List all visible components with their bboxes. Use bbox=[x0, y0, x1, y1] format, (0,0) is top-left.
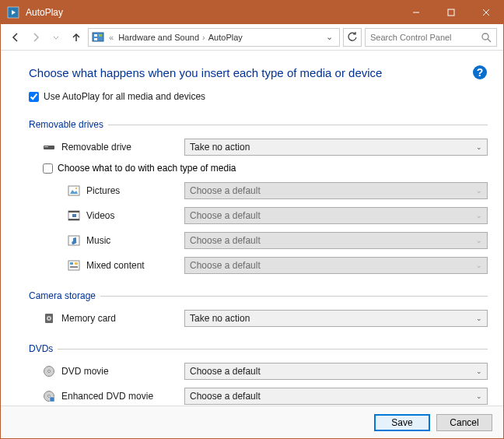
window-title: AutoPlay bbox=[26, 7, 398, 18]
save-button[interactable]: Save bbox=[374, 414, 430, 431]
videos-label: Videos bbox=[86, 210, 114, 221]
mixed-content-icon bbox=[68, 259, 80, 272]
recent-dropdown[interactable] bbox=[47, 29, 65, 46]
cancel-button[interactable]: Cancel bbox=[436, 414, 492, 431]
svg-rect-17 bbox=[68, 186, 79, 195]
mixed-label: Mixed content bbox=[86, 260, 145, 271]
maximize-button[interactable] bbox=[433, 1, 468, 24]
svg-rect-8 bbox=[94, 34, 97, 37]
chevron-down-icon: ⌄ bbox=[476, 392, 482, 400]
group-camera-storage: Camera storage bbox=[29, 290, 488, 301]
music-icon bbox=[68, 234, 80, 247]
address-dropdown-icon[interactable]: ⌄ bbox=[323, 32, 336, 42]
breadcrumb-hardware[interactable]: Hardware and Sound bbox=[118, 33, 199, 42]
svg-rect-3 bbox=[448, 9, 454, 16]
music-select: Choose a default ⌄ bbox=[184, 232, 488, 249]
videos-select: Choose a default ⌄ bbox=[184, 207, 488, 224]
svg-point-19 bbox=[75, 188, 77, 189]
group-dvds-label: DVDs bbox=[29, 343, 53, 354]
help-icon[interactable]: ? bbox=[472, 65, 488, 80]
chevron-down-icon: ⌄ bbox=[476, 212, 482, 220]
window: AutoPlay « Hardware and Sound › AutoPlay… bbox=[0, 0, 504, 439]
mixed-select: Choose a default ⌄ bbox=[184, 257, 488, 274]
svg-rect-28 bbox=[70, 266, 78, 268]
group-dvds: DVDs bbox=[29, 343, 488, 354]
music-label: Music bbox=[86, 235, 110, 246]
path-overflow-icon: « bbox=[107, 33, 115, 42]
dvd-movie-icon bbox=[43, 365, 55, 378]
enhanced-dvd-select[interactable]: Choose a default ⌄ bbox=[184, 388, 488, 405]
svg-point-33 bbox=[48, 371, 51, 373]
svg-rect-9 bbox=[94, 38, 97, 40]
svg-rect-10 bbox=[99, 34, 102, 37]
svg-line-12 bbox=[488, 39, 491, 42]
dvd-movie-select[interactable]: Choose a default ⌄ bbox=[184, 363, 488, 380]
dvd-movie-label: DVD movie bbox=[61, 366, 109, 377]
search-box[interactable] bbox=[365, 28, 497, 47]
svg-rect-26 bbox=[70, 262, 73, 265]
minimize-button[interactable] bbox=[398, 1, 433, 24]
removable-drive-label: Removable drive bbox=[61, 142, 131, 153]
memory-card-icon bbox=[43, 312, 55, 325]
autoplay-app-icon bbox=[7, 6, 19, 19]
page-title: Choose what happens when you insert each… bbox=[29, 66, 472, 79]
breadcrumb-autoplay[interactable]: AutoPlay bbox=[208, 33, 243, 42]
enhanced-dvd-icon bbox=[43, 390, 55, 402]
up-button[interactable] bbox=[68, 29, 85, 46]
back-button[interactable] bbox=[7, 29, 24, 46]
chevron-right-icon: › bbox=[202, 33, 205, 42]
each-type-input[interactable] bbox=[43, 163, 53, 174]
memory-card-label: Memory card bbox=[61, 313, 116, 324]
each-type-label: Choose what to do with each type of medi… bbox=[58, 163, 236, 174]
search-input[interactable] bbox=[370, 33, 481, 42]
svg-rect-25 bbox=[68, 261, 79, 270]
svg-rect-15 bbox=[44, 146, 54, 149]
chevron-down-icon: ⌄ bbox=[476, 187, 482, 195]
svg-rect-16 bbox=[44, 146, 48, 147]
use-autoplay-label: Use AutoPlay for all media and devices bbox=[44, 91, 205, 102]
control-panel-icon bbox=[92, 31, 104, 44]
chevron-down-icon: ⌄ bbox=[476, 314, 482, 322]
removable-drive-icon bbox=[43, 141, 55, 153]
pictures-label: Pictures bbox=[86, 185, 120, 196]
navbar: « Hardware and Sound › AutoPlay ⌄ bbox=[1, 24, 503, 51]
footer: Save Cancel bbox=[1, 406, 503, 438]
svg-rect-21 bbox=[68, 211, 79, 212]
svg-rect-23 bbox=[72, 214, 76, 217]
svg-point-11 bbox=[482, 33, 488, 40]
forward-button[interactable] bbox=[27, 29, 44, 46]
videos-icon bbox=[68, 209, 80, 222]
address-bar[interactable]: « Hardware and Sound › AutoPlay ⌄ bbox=[88, 28, 340, 47]
use-autoplay-checkbox[interactable]: Use AutoPlay for all media and devices bbox=[29, 91, 488, 102]
titlebar: AutoPlay bbox=[1, 1, 503, 24]
close-button[interactable] bbox=[468, 1, 503, 24]
group-removable-drives: Removable drives bbox=[29, 119, 488, 130]
refresh-button[interactable] bbox=[343, 28, 362, 47]
chevron-down-icon: ⌄ bbox=[476, 367, 482, 375]
svg-rect-27 bbox=[75, 262, 78, 265]
group-removable-label: Removable drives bbox=[29, 119, 103, 130]
pictures-select: Choose a default ⌄ bbox=[184, 182, 488, 199]
svg-rect-22 bbox=[68, 219, 79, 220]
group-camera-label: Camera storage bbox=[29, 290, 96, 301]
chevron-down-icon: ⌄ bbox=[476, 143, 482, 151]
chevron-down-icon: ⌄ bbox=[476, 237, 482, 244]
svg-rect-36 bbox=[50, 397, 54, 402]
chevron-down-icon: ⌄ bbox=[476, 262, 482, 269]
each-type-checkbox[interactable]: Choose what to do with each type of medi… bbox=[29, 163, 488, 174]
content-area: Choose what happens when you insert each… bbox=[1, 51, 503, 406]
use-autoplay-input[interactable] bbox=[29, 92, 39, 102]
svg-text:?: ? bbox=[477, 66, 484, 79]
memory-card-select[interactable]: Take no action ⌄ bbox=[184, 310, 488, 327]
search-icon bbox=[481, 32, 492, 43]
svg-point-31 bbox=[48, 318, 50, 319]
removable-drive-select[interactable]: Take no action ⌄ bbox=[184, 139, 488, 156]
enhanced-dvd-label: Enhanced DVD movie bbox=[61, 391, 153, 402]
pictures-icon bbox=[68, 184, 80, 197]
